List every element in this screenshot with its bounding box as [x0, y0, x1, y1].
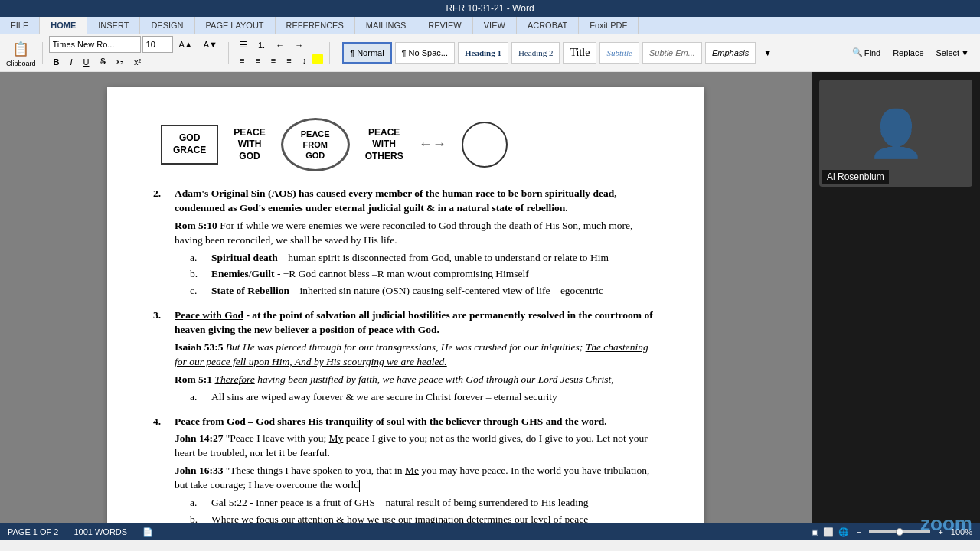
style-subtle-em[interactable]: Subtle Em... [642, 42, 702, 64]
document-area[interactable]: GOD GRACE PEACE WITH GOD PEACE FROM GOD [0, 72, 812, 523]
italic-button[interactable]: I [65, 55, 77, 69]
tab-acrobat[interactable]: ACROBAT [517, 17, 579, 34]
para-3-verse2: Rom 5:1 Therefore having been justified … [175, 373, 658, 387]
tab-page-layout[interactable]: PAGE LAYOUT [195, 17, 276, 34]
separator2 [228, 42, 229, 64]
para-2-verse: Rom 5:10 For if while we were enemies we… [175, 219, 658, 248]
main-area: GOD GRACE PEACE WITH GOD PEACE FROM GOD [0, 72, 980, 523]
bullets-button[interactable]: ☰ [235, 37, 252, 52]
line-spacing-button[interactable]: ↕ [298, 54, 312, 67]
justify-button[interactable]: ≡ [282, 54, 296, 67]
para-4-bullets: a. Gal 5:22 - Inner peace is a fruit of … [190, 496, 658, 523]
document-page: GOD GRACE PEACE WITH GOD PEACE FROM GOD [107, 87, 704, 523]
tab-references[interactable]: REFERENCES [276, 17, 355, 34]
replace-button[interactable]: Replace [888, 46, 928, 60]
doc-mode-icon: 📄 [142, 527, 153, 537]
grow-font-button[interactable]: A▲ [175, 37, 198, 51]
webcam-video: Al Rosenblum [819, 80, 972, 187]
styles-more-button[interactable]: ▼ [759, 46, 776, 60]
document-title: RFR 10-31-21 - Word [446, 3, 534, 14]
tab-view[interactable]: VIEW [473, 17, 517, 34]
paste-button[interactable]: 📋 [7, 38, 34, 60]
zoom-minus[interactable]: − [857, 527, 861, 536]
page-info: PAGE 1 OF 2 [8, 527, 58, 536]
numbering-button[interactable]: 1. [253, 37, 270, 52]
para-4-num: 4. [153, 415, 175, 523]
shrink-font-button[interactable]: A▼ [199, 37, 222, 51]
subscript-button[interactable]: x₂ [112, 54, 129, 69]
diagram-label-peace-with-others: PEACE WITH OTHERS [365, 127, 403, 163]
word-count: 1001 WORDS [74, 527, 127, 536]
font-group: A▲ A▼ B I U S̶ x₂ x² [49, 36, 222, 69]
clipboard-label: Clipboard [6, 60, 36, 67]
find-button[interactable]: 🔍 Find [848, 45, 885, 60]
style-title[interactable]: Title [563, 42, 596, 64]
web-layout-icon[interactable]: 🌐 [838, 527, 849, 537]
view-icons: ▣ ⬜ 🌐 [811, 527, 849, 537]
tab-bar: FILE HOME INSERT DESIGN PAGE LAYOUT REFE… [0, 17, 980, 34]
webcam-panel: Al Rosenblum zoom [812, 72, 980, 523]
select-button[interactable]: Select ▼ [932, 46, 974, 60]
tab-mailings[interactable]: MAILINGS [355, 17, 418, 34]
para-2-text: Adam's Original Sin (AOS) has caused eve… [175, 187, 617, 214]
style-heading2[interactable]: Heading 2 [511, 42, 560, 64]
tab-home[interactable]: HOME [40, 17, 87, 34]
clipboard-group: 📋 Clipboard [6, 38, 36, 67]
para-3-num: 3. [153, 308, 175, 406]
tab-file[interactable]: FILE [0, 17, 40, 34]
style-normal[interactable]: ¶ Normal [342, 42, 391, 64]
style-emphasis[interactable]: Emphasis [705, 42, 756, 64]
style-nospace[interactable]: ¶ No Spac... [395, 42, 455, 64]
font-family-selector[interactable] [49, 36, 141, 53]
font-size-selector[interactable] [142, 36, 173, 53]
paragraph-3: 3. Peace with God - at the point of salv… [153, 308, 658, 406]
para-2-num: 2. [153, 187, 175, 301]
diagram-label-peace-with-god: PEACE WITH GOD [234, 127, 265, 163]
bullet-2b: b. Enemies/Guilt - +R God cannot bless –… [190, 267, 658, 282]
bullet-4b: b. Where we focus our attention & how we… [190, 513, 658, 523]
indent-less-button[interactable]: ← [271, 37, 289, 52]
para-3-verse1: Isaiah 53:5 But He was pierced through f… [175, 341, 658, 370]
paragraph-group: ☰ 1. ← → ≡ ≡ ≡ ≡ ↕ [235, 37, 323, 67]
separator3 [329, 42, 330, 64]
bullet-2a: a. Spiritual death – human spirit is dis… [190, 251, 658, 266]
bold-button[interactable]: B [49, 55, 64, 69]
indent-more-button[interactable]: → [290, 37, 308, 52]
diagram-row: GOD GRACE PEACE WITH GOD PEACE FROM GOD [153, 118, 658, 171]
bullet-2c: c. State of Rebellion – inherited sin na… [190, 284, 658, 298]
align-left-button[interactable]: ≡ [235, 54, 249, 67]
zoom-slider[interactable] [869, 530, 930, 533]
style-subtitle[interactable]: Subtitle [599, 42, 639, 64]
para-4-verse1: John 14:27 "Peace I leave with you; My p… [175, 432, 658, 461]
para-3-bullets: a. All sins are wiped away forever & we … [190, 390, 658, 405]
status-bar: PAGE 1 OF 2 1001 WORDS 📄 ▣ ⬜ 🌐 − + 100% [0, 523, 980, 540]
diagram-circle-peace-from-god: PEACE FROM GOD [281, 118, 350, 171]
para-3-content: Peace with God - at the point of salvati… [175, 308, 658, 406]
full-screen-icon[interactable]: ⬜ [823, 527, 834, 537]
shading-button[interactable] [312, 54, 323, 64]
superscript-button[interactable]: x² [129, 55, 145, 69]
document-content: GOD GRACE PEACE WITH GOD PEACE FROM GOD [153, 118, 658, 523]
tab-design[interactable]: DESIGN [140, 17, 194, 34]
para-4-verse2: John 16:33 "These things I have spoken t… [175, 464, 658, 493]
tab-review[interactable]: REVIEW [417, 17, 472, 34]
paragraph-4: 4. Peace from God – God shares His tranq… [153, 415, 658, 523]
tab-insert[interactable]: INSERT [87, 17, 140, 34]
style-heading1[interactable]: Heading 1 [458, 42, 508, 64]
diagram-box-god-grace: GOD GRACE [161, 125, 218, 164]
styles-group: ¶ Normal ¶ No Spac... Heading 1 Heading … [336, 41, 844, 65]
underline-button[interactable]: U [79, 55, 94, 69]
para-4-content: Peace from God – God shares His tranquil… [175, 415, 658, 523]
diagram-arrow: ←→ [419, 135, 446, 154]
align-center-button[interactable]: ≡ [250, 54, 264, 67]
title-bar: RFR 10-31-21 - Word [0, 0, 980, 17]
tab-foxit[interactable]: Foxit PDF [579, 17, 639, 34]
strikethrough-button[interactable]: S̶ [96, 54, 110, 69]
editing-group: 🔍 Find Replace Select ▼ [848, 45, 974, 60]
print-layout-icon[interactable]: ▣ [811, 527, 818, 537]
diagram-empty-circle [462, 122, 508, 168]
para-2-bullets: a. Spiritual death – human spirit is dis… [190, 251, 658, 299]
bullet-3a: a. All sins are wiped away forever & we … [190, 390, 658, 405]
align-right-button[interactable]: ≡ [266, 54, 280, 67]
webcam-name-label: Al Rosenblum [822, 170, 889, 184]
